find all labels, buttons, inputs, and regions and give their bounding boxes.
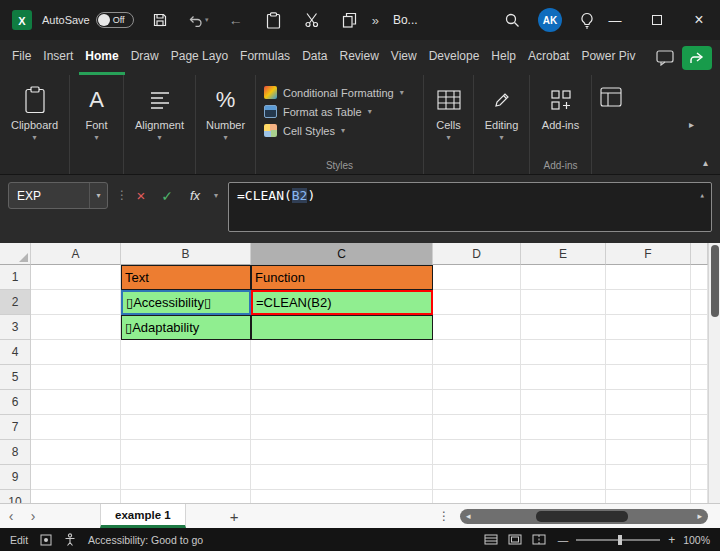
cell-d9[interactable] <box>433 465 521 490</box>
cell-e5[interactable] <box>521 365 606 390</box>
name-box[interactable]: EXP ▾ <box>8 182 108 209</box>
more-commands-icon[interactable]: » <box>372 13 379 28</box>
cell-e1[interactable] <box>521 265 606 290</box>
cell-c2[interactable]: =CLEAN(B2) <box>251 290 433 315</box>
minimize-button[interactable]: — <box>594 0 636 40</box>
clipboard-group[interactable]: Clipboard ▾ <box>0 75 70 174</box>
row-header-7[interactable]: 7 <box>0 415 31 440</box>
save-icon[interactable] <box>148 12 172 28</box>
autosave-toggle[interactable]: Off <box>96 12 134 28</box>
cell-c10[interactable] <box>251 490 433 503</box>
cell-b1[interactable]: Text <box>121 265 251 290</box>
zoom-slider[interactable] <box>576 539 660 541</box>
cell-a2[interactable] <box>31 290 121 315</box>
cell-f8[interactable] <box>606 440 691 465</box>
row-header-3[interactable]: 3 <box>0 315 31 340</box>
col-header-a[interactable]: A <box>31 243 121 265</box>
cell-e6[interactable] <box>521 390 606 415</box>
share-button[interactable] <box>682 46 712 70</box>
sheet-nav-right-icon[interactable]: › <box>22 508 44 524</box>
cell-a8[interactable] <box>31 440 121 465</box>
cell-a9[interactable] <box>31 465 121 490</box>
name-box-dropdown-icon[interactable]: ▾ <box>89 183 107 208</box>
addins-group[interactable]: Add-ins Add-ins <box>530 75 592 174</box>
cell-b6[interactable] <box>121 390 251 415</box>
tab-data[interactable]: Data <box>296 40 333 75</box>
cell-d7[interactable] <box>433 415 521 440</box>
cell-b4[interactable] <box>121 340 251 365</box>
tab-developer[interactable]: Develope <box>423 40 486 75</box>
col-header-b[interactable]: B <box>121 243 251 265</box>
cell-b7[interactable] <box>121 415 251 440</box>
cell-c1[interactable]: Function <box>251 265 433 290</box>
tab-home[interactable]: Home <box>79 40 124 75</box>
page-layout-view-icon[interactable] <box>508 534 522 545</box>
sheet-menu-icon[interactable]: ⋮ <box>438 509 450 523</box>
cell-e4[interactable] <box>521 340 606 365</box>
cell-b5[interactable] <box>121 365 251 390</box>
cell-f2[interactable] <box>606 290 691 315</box>
cell-c8[interactable] <box>251 440 433 465</box>
ribbon-collapse-icon[interactable]: ▴ <box>703 157 708 168</box>
cell-b8[interactable] <box>121 440 251 465</box>
cell-e8[interactable] <box>521 440 606 465</box>
row-header-5[interactable]: 5 <box>0 365 31 390</box>
undo-dropdown-icon[interactable]: ▾ <box>205 16 209 24</box>
cell-a1[interactable] <box>31 265 121 290</box>
hscroll-thumb[interactable] <box>536 511 628 522</box>
accessibility-icon[interactable] <box>64 533 76 546</box>
cell-c7[interactable] <box>251 415 433 440</box>
cell-b10[interactable] <box>121 490 251 503</box>
sheet-tab-example-1[interactable]: example 1 <box>100 504 186 528</box>
cell-e3[interactable] <box>521 315 606 340</box>
hscroll-right-icon[interactable]: ▸ <box>697 511 702 521</box>
cell-c3[interactable] <box>251 315 433 340</box>
row-header-4[interactable]: 4 <box>0 340 31 365</box>
cell-b2[interactable]: ▯Accessibility▯ <box>121 290 251 315</box>
cell-c4[interactable] <box>251 340 433 365</box>
tab-insert[interactable]: Insert <box>37 40 79 75</box>
cell-b9[interactable] <box>121 465 251 490</box>
cell-d6[interactable] <box>433 390 521 415</box>
maximize-button[interactable] <box>636 0 678 40</box>
cell-c5[interactable] <box>251 365 433 390</box>
tab-help[interactable]: Help <box>485 40 522 75</box>
cell-f5[interactable] <box>606 365 691 390</box>
accessibility-status[interactable]: Accessibility: Good to go <box>88 534 203 546</box>
macro-record-icon[interactable] <box>40 534 52 546</box>
font-group[interactable]: A Font ▾ <box>70 75 124 174</box>
cell-b3[interactable]: ▯Adaptability <box>121 315 251 340</box>
cell-a6[interactable] <box>31 390 121 415</box>
vertical-scrollbar[interactable] <box>708 243 720 503</box>
normal-view-icon[interactable] <box>484 534 498 545</box>
formula-bar-collapse-icon[interactable]: ▴ <box>700 190 705 200</box>
cell-f4[interactable] <box>606 340 691 365</box>
excel-app-icon[interactable]: X <box>12 10 32 30</box>
cancel-entry-icon[interactable]: × <box>128 182 154 209</box>
col-header-f[interactable]: F <box>606 243 691 265</box>
cell-e9[interactable] <box>521 465 606 490</box>
tab-acrobat[interactable]: Acrobat <box>522 40 575 75</box>
ribbon-more-icon[interactable]: ▸ <box>689 119 694 130</box>
cell-d10[interactable] <box>433 490 521 503</box>
row-header-6[interactable]: 6 <box>0 390 31 415</box>
col-header-e[interactable]: E <box>521 243 606 265</box>
cell-a10[interactable] <box>31 490 121 503</box>
tab-file[interactable]: File <box>6 40 37 75</box>
cut-icon[interactable] <box>300 12 324 28</box>
tab-formulas[interactable]: Formulas <box>234 40 296 75</box>
cell-d1[interactable] <box>433 265 521 290</box>
vertical-scrollbar-thumb[interactable] <box>711 245 719 317</box>
close-button[interactable]: × <box>678 0 720 40</box>
undo-icon[interactable]: ▾ <box>186 13 210 27</box>
cell-d5[interactable] <box>433 365 521 390</box>
row-header-8[interactable]: 8 <box>0 440 31 465</box>
insert-function-icon[interactable]: fx <box>181 182 209 209</box>
hscroll-left-icon[interactable]: ◂ <box>466 511 471 521</box>
sheet-nav-left-icon[interactable]: ‹ <box>0 508 22 524</box>
tab-page-layout[interactable]: Page Layo <box>165 40 234 75</box>
row-header-9[interactable]: 9 <box>0 465 31 490</box>
cell-f3[interactable] <box>606 315 691 340</box>
add-sheet-icon[interactable]: + <box>230 508 239 525</box>
tab-draw[interactable]: Draw <box>125 40 165 75</box>
